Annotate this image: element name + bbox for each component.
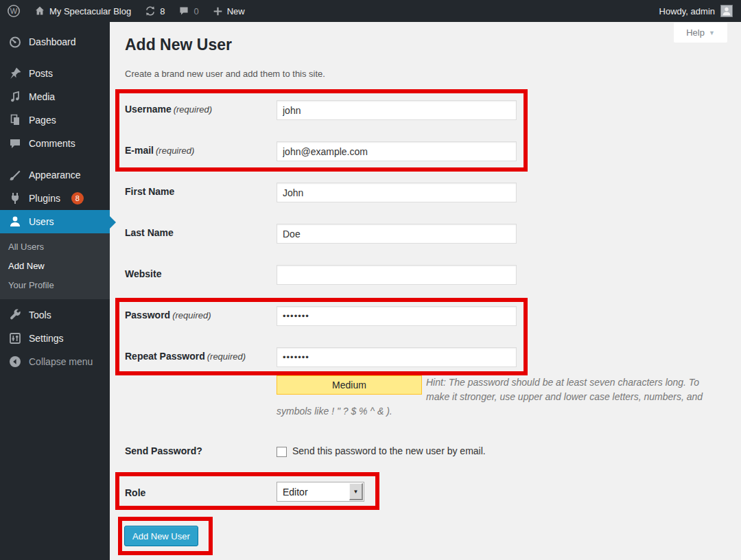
chevron-down-icon: ▼: [353, 489, 359, 495]
comment-count: 0: [193, 6, 198, 16]
collapse-arrow-icon: [8, 355, 22, 369]
send-password-checkbox[interactable]: [277, 447, 287, 457]
new-content-menu[interactable]: New: [206, 0, 252, 22]
first-name-input[interactable]: [277, 183, 517, 202]
updates-menu[interactable]: 8: [138, 0, 172, 22]
site-name-menu[interactable]: My Spectacular Blog: [27, 0, 138, 22]
dashboard-icon: [8, 35, 22, 49]
settings-sliders-icon: [8, 331, 22, 345]
updates-icon: [145, 5, 156, 16]
admin-sidebar: Dashboard Posts Media Pages: [0, 22, 110, 560]
media-icon: [8, 90, 22, 104]
avatar[interactable]: [720, 5, 733, 17]
sidebar-item-media[interactable]: Media: [0, 85, 110, 108]
home-icon: [34, 5, 45, 16]
sidebar-item-posts[interactable]: Posts: [0, 62, 110, 85]
plus-icon: [213, 6, 223, 16]
page-subtitle: Create a brand new user and add them to …: [125, 69, 325, 79]
password-hint-area: Medium Hint: The password should be at l…: [277, 375, 709, 419]
current-menu-arrow: [110, 216, 116, 229]
select-dropdown-button[interactable]: ▼: [349, 483, 363, 500]
website-input[interactable]: [277, 265, 517, 285]
sidebar-item-tools[interactable]: Tools: [0, 303, 110, 327]
help-button[interactable]: Help ▼: [674, 23, 727, 43]
sidebar-item-your-profile[interactable]: Your Profile: [0, 276, 110, 295]
send-password-checkbox-label: Send this password to the new user by em…: [292, 445, 486, 456]
pushpin-icon: [8, 67, 22, 80]
send-password-label: Send Password?: [125, 445, 272, 456]
comment-bubble-icon: [178, 5, 189, 16]
website-label: Website: [125, 268, 272, 279]
sidebar-item-comments[interactable]: Comments: [0, 132, 110, 155]
username-label: Username(required): [125, 104, 272, 115]
pages-icon: [8, 113, 22, 127]
update-count: 8: [160, 6, 165, 16]
role-label: Role: [125, 487, 272, 498]
site-name: My Spectacular Blog: [49, 6, 131, 16]
plugins-update-badge: 8: [71, 192, 84, 205]
plug-icon: [8, 191, 22, 205]
role-select-value: Editor: [277, 487, 349, 498]
add-new-user-page: Help ▼ Add New User Create a brand new u…: [110, 22, 741, 560]
sidebar-item-settings[interactable]: Settings: [0, 327, 110, 350]
last-name-label: Last Name: [125, 227, 272, 238]
sidebar-item-dashboard[interactable]: Dashboard: [0, 30, 110, 54]
sidebar-item-pages[interactable]: Pages: [0, 108, 110, 132]
repeat-password-label: Repeat Password(required): [125, 351, 272, 362]
user-avatar-icon: [721, 5, 732, 16]
wrench-icon: [8, 308, 22, 322]
page-title: Add New User: [125, 36, 232, 54]
first-name-label: First Name: [125, 186, 272, 197]
username-input[interactable]: [277, 100, 517, 120]
chevron-down-icon: ▼: [709, 30, 715, 36]
sidebar-item-add-new[interactable]: Add New: [0, 257, 110, 276]
role-select[interactable]: Editor ▼: [277, 482, 364, 502]
howdy-admin-menu[interactable]: Howdy, admin: [659, 0, 715, 22]
password-strength-meter: Medium: [277, 375, 422, 395]
password-label: Password(required): [125, 310, 272, 320]
add-new-user-button[interactable]: Add New User: [124, 526, 198, 546]
users-submenu: All Users Add New Your Profile: [0, 233, 110, 299]
email-input[interactable]: [277, 141, 517, 161]
collapse-menu-button[interactable]: Collapse menu: [0, 350, 110, 373]
comments-icon: [8, 137, 22, 150]
paintbrush-icon: [8, 168, 22, 182]
sidebar-item-users[interactable]: Users: [0, 210, 110, 233]
new-label: New: [227, 6, 245, 16]
admin-bar: W My Spectacular Blog 8 0 New Howdy, adm…: [0, 0, 741, 22]
svg-text:W: W: [10, 7, 18, 15]
sidebar-item-plugins[interactable]: Plugins 8: [0, 187, 110, 210]
sidebar-item-appearance[interactable]: Appearance: [0, 163, 110, 187]
users-icon: [8, 215, 22, 229]
email-label: E-mail(required): [125, 145, 272, 156]
password-input[interactable]: [277, 306, 517, 326]
comments-menu[interactable]: 0: [172, 0, 205, 22]
wordpress-logo[interactable]: W: [0, 0, 27, 22]
repeat-password-input[interactable]: [277, 347, 517, 367]
last-name-input[interactable]: [277, 224, 517, 244]
wordpress-logo-icon: W: [7, 4, 21, 18]
sidebar-item-all-users[interactable]: All Users: [0, 237, 110, 257]
